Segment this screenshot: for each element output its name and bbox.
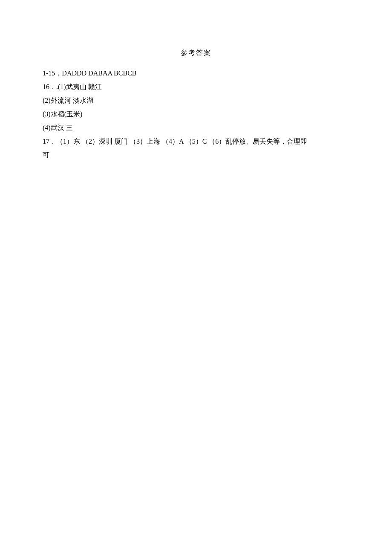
answer-17-line2: 可 xyxy=(43,148,349,162)
answer-16-2: (2)外流河 淡水湖 xyxy=(43,94,349,107)
answer-17-line1: 17．（1）东 （2）深圳 厦门 （3）上海 （4）A （5）C （6）乱停放、… xyxy=(43,135,349,148)
page-title: 参考答案 xyxy=(43,46,349,60)
answer-1-15: 1-15．DADDD DABAA BCBCB xyxy=(43,66,349,80)
answer-16-4: (4)武汉 三 xyxy=(43,121,349,135)
answer-16-1: 16．.(1)武夷山 赣江 xyxy=(43,80,349,94)
answer-16-3: (3)水稻(玉米) xyxy=(43,107,349,121)
